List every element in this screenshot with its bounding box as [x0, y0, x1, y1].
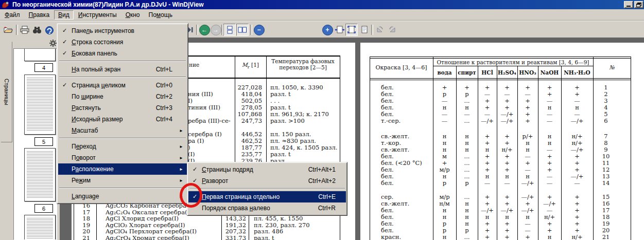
fit-width-icon: [335, 25, 345, 34]
printer-icon: [20, 25, 30, 34]
actual-size-button[interactable]: [358, 24, 371, 36]
menu-item-toolbar-panel[interactable]: ✓Панель инструментов: [58, 25, 187, 36]
menu-item-rotate[interactable]: Поворот►: [58, 152, 187, 163]
table-row: св.-желт.нннн/+н——/+9: [360, 146, 644, 153]
cell: +: [497, 133, 517, 140]
submenu-arrow-icon: ►: [179, 156, 183, 160]
cell: +: [497, 159, 517, 167]
print-button[interactable]: [19, 24, 31, 36]
cell-color: бел.: [381, 173, 394, 180]
facing-pages-button[interactable]: [236, 24, 249, 36]
zoom-in-button[interactable]: +: [321, 24, 334, 36]
cell: +: [517, 110, 538, 118]
thumbnail-list[interactable]: 4 5 6: [13, 48, 57, 240]
submenu-item-continuous[interactable]: ✓Страницы подрядCtrl+Alt+1: [188, 164, 346, 175]
menubar-view[interactable]: Вид: [54, 10, 74, 20]
search-button[interactable]: [31, 24, 43, 36]
submenu-item-first-page-alone[interactable]: ✓Первая страница отдельноCtrl+E: [188, 191, 346, 202]
cell: +: [497, 193, 517, 200]
cell: +: [561, 213, 593, 220]
submenu-item-rtl-order[interactable]: Порядок справа налевоCtrl+R: [188, 202, 346, 214]
back-button[interactable]: ←: [198, 24, 211, 36]
menu-item-page-whole[interactable]: ✓Страница целикомCtrl+0: [58, 80, 187, 91]
cell-number: 4: [593, 104, 619, 111]
cell: +: [538, 159, 561, 167]
rotate-right-icon: [387, 25, 397, 34]
cell: —: [478, 110, 497, 118]
cell: н: [456, 139, 478, 146]
page-thumbnail[interactable]: [24, 148, 56, 201]
cell: н: [538, 233, 561, 240]
menu-item-sidebar[interactable]: ✓Боковая панель: [58, 48, 187, 59]
pages-tab[interactable]: Страницы: [1, 42, 12, 142]
menubar-tools[interactable]: Инструменты: [74, 10, 121, 20]
menubar-help[interactable]: Помощь: [145, 10, 177, 20]
menu-item-stretch[interactable]: РастянутьCtrl+3: [58, 102, 187, 114]
fit-page-button[interactable]: [345, 24, 358, 36]
menu-item-fit-width[interactable]: По ширинеCtrl+2: [58, 91, 187, 102]
table-row: бел.+++++++1: [360, 84, 644, 90]
menu-item-language[interactable]: Language►: [58, 191, 187, 202]
column-header-temp-2: переходов [2—5]: [266, 64, 340, 70]
cell: —/+: [497, 117, 517, 124]
restore-button[interactable]: [634, 1, 643, 8]
menu-item-status-bar[interactable]: ✓Строка состояния: [58, 36, 187, 48]
cell: —: [538, 179, 561, 187]
rotate-right-button[interactable]: [386, 24, 398, 36]
rotate-left-button[interactable]: [374, 24, 386, 36]
table-row: бел.рр———/+——14: [360, 179, 644, 186]
window-title: По неорганической химии(87)Лидин Р.А.и д…: [12, 1, 204, 8]
menu-item-original-size[interactable]: Исходный размерCtrl+4: [58, 114, 187, 125]
menu-item-go[interactable]: Переход►: [58, 141, 187, 152]
cell: —/+: [517, 179, 538, 187]
continuous-layout-button[interactable]: [223, 24, 236, 36]
cell: н: [456, 200, 478, 207]
view-menu: ✓Панель инструментов ✓Строка состояния ✓…: [57, 23, 188, 204]
menu-item-layout[interactable]: Расположение►: [58, 163, 187, 175]
cell-number: 8: [593, 139, 619, 146]
forward-button[interactable]: →: [210, 24, 222, 36]
cell: н: [456, 220, 478, 227]
table-row: бел.—...+++——3: [360, 97, 644, 104]
table-row: сер.м/р...++—/+++15: [360, 193, 644, 200]
menubar-edit[interactable]: Правка: [25, 10, 54, 20]
minimize-button[interactable]: [624, 1, 633, 8]
table-row: 19AgClO₃ Хлорат серебра(I)191,32пл. 230,…: [72, 221, 355, 228]
cell: +: [517, 97, 538, 104]
page-label: 4: [34, 63, 53, 72]
cell-temp: разл. t: [270, 151, 291, 158]
page-thumbnail[interactable]: [24, 48, 56, 61]
cell: н: [478, 146, 497, 153]
zoom-out-button[interactable]: −: [253, 24, 265, 36]
fit-width-button[interactable]: [334, 24, 346, 36]
menubar-file[interactable]: Файл: [1, 10, 24, 20]
cell-name: ра (I): [188, 137, 204, 144]
toolbar-separator: [250, 25, 252, 35]
cell: —/+: [517, 207, 538, 214]
cell: м/р: [433, 166, 456, 173]
cell: +: [561, 153, 593, 160]
cell: +: [561, 200, 593, 207]
menu-item-mode[interactable]: Режим►: [58, 175, 187, 186]
cell-name: I): [188, 97, 193, 104]
cell: +: [497, 104, 517, 111]
page-thumbnail[interactable]: [24, 215, 56, 240]
fit-page-icon: [347, 25, 356, 34]
app-window: По неорганической химии(87)Лидин Р.А.и д…: [0, 0, 644, 240]
cell-name: ребра (III)-се-: [188, 117, 231, 124]
gear-icon[interactable]: [49, 40, 57, 48]
cell: ...: [456, 97, 478, 104]
column-header-water: вода: [433, 69, 456, 76]
about-button[interactable]: [43, 24, 56, 36]
cell-color: бел.: [381, 90, 394, 98]
cell-number: 12: [593, 166, 619, 173]
page-thumbnail[interactable]: [24, 75, 56, 135]
cell: +: [561, 220, 593, 227]
column-header-alcohol: спирт: [456, 69, 478, 76]
cell: —: [538, 173, 561, 180]
submenu-item-facing[interactable]: ✓РазворотCtrl+Alt+2: [188, 175, 346, 187]
menubar-window[interactable]: Окно: [121, 10, 144, 20]
menu-item-fullscreen[interactable]: На полный экранCtrl+L: [58, 64, 187, 75]
menu-item-zoom[interactable]: Масштаб►: [58, 125, 187, 136]
open-button[interactable]: [2, 24, 14, 36]
